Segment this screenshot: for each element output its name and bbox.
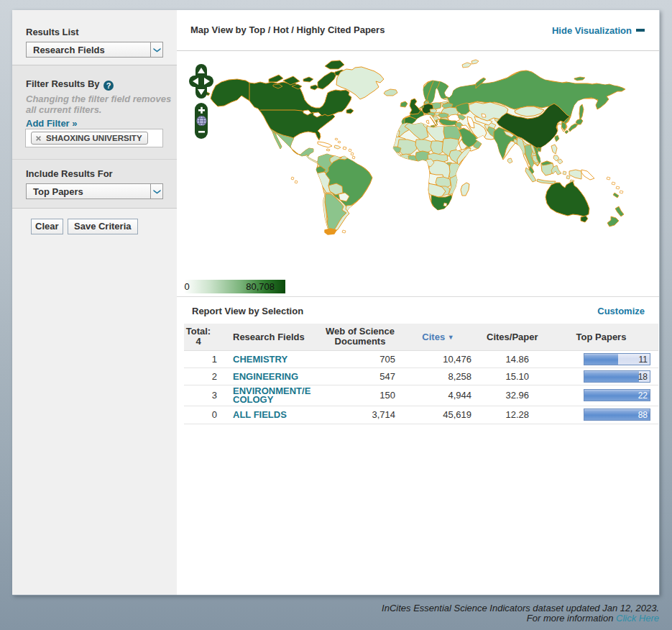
svg-text:80,708: 80,708 [246, 281, 275, 292]
svg-text:0: 0 [185, 281, 190, 292]
